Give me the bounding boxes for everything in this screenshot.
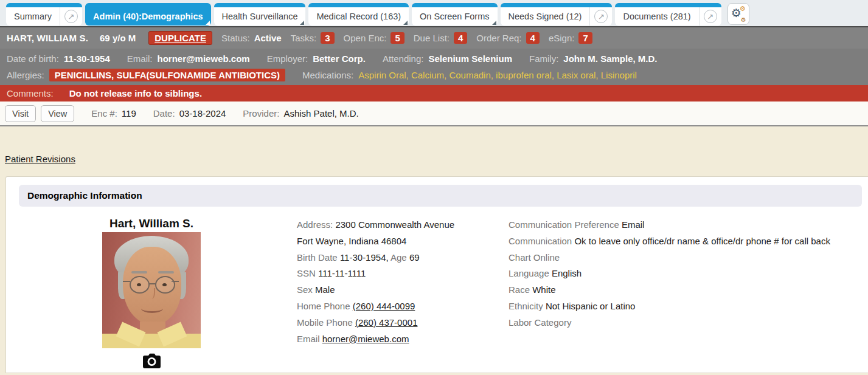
dropdown-fold-icon[interactable] (300, 21, 304, 25)
chart-tab-bar: Summary ↗ Admin (40):Demographics Health… (0, 0, 868, 27)
field-address: Address: 2300 Commonwealth Avenue (297, 217, 509, 233)
gear-small-icon: ⚙ (740, 5, 746, 13)
webchart-app: Summary ↗ Admin (40):Demographics Health… (0, 0, 868, 375)
family-label: Family: (529, 53, 558, 64)
preferences-column: Communication Preference Email Communica… (509, 217, 868, 371)
esign-label: eSign: (549, 33, 575, 43)
tab-documents[interactable]: Documents (281) ↗ (615, 3, 721, 26)
family-value: John M. Sample, M.D. (563, 53, 657, 64)
employer-value: Better Corp. (313, 53, 366, 64)
tasks-label: Tasks: (291, 33, 317, 43)
patient-banner: HART, WILLIAM S. 69 y/o M DUPLICATE Stat… (0, 27, 868, 49)
dob-value: 11-30-1954 (64, 53, 110, 64)
field-address-line2: Fort Wayne, Indiana 46804 (297, 233, 509, 250)
tab-health-surveillance-label: Health Surveillance (214, 12, 306, 21)
enc-date-value: 03-18-2024 (179, 108, 226, 119)
patient-banner-details: Date of birth: 11-30-1954 Email: horner@… (0, 49, 868, 85)
allergies-label: Allergies: (7, 70, 44, 80)
field-home-phone: Home Phone (260) 444-0099 (297, 298, 509, 315)
status-value: Active (254, 33, 282, 43)
mobile-phone-link[interactable]: (260) 437-0001 (355, 317, 418, 328)
enc-number-value: 119 (122, 108, 136, 119)
dropdown-fold-icon[interactable] (492, 21, 496, 25)
duplicate-badge[interactable]: DUPLICATE (148, 31, 212, 45)
view-button[interactable]: View (41, 105, 74, 122)
enc-number-label: Enc #: (91, 108, 117, 119)
medications-list[interactable]: Aspirin Oral, Calcium, Coumadin, ibuprof… (358, 70, 637, 80)
patient-name: HART, WILLIAM S. (7, 33, 88, 43)
field-ethnicity: Ethnicity Not Hispanic or Latino (509, 298, 863, 315)
encounter-toolbar: Visit View Enc #: 119 Date: 03-18-2024 P… (0, 101, 868, 126)
field-race: Race White (509, 282, 863, 298)
comments-bar: Comments: Do not release info to sibling… (0, 85, 868, 101)
due-list-count-badge[interactable]: 4 (454, 32, 467, 44)
tab-summary-label: Summary (6, 12, 60, 21)
field-communication-preference: Communication Preference Email (509, 217, 863, 233)
tab-medical-record[interactable]: Medical Record (163) (308, 3, 409, 26)
email-label: Email: (127, 53, 153, 64)
content-area: Patient Revisions Demographic Informatio… (0, 126, 868, 371)
comments-text: Do not release info to siblings. (69, 88, 202, 98)
employer-label: Employer: (267, 53, 308, 64)
patient-age-sex: 69 y/o M (100, 33, 136, 43)
patient-revisions-link[interactable]: Patient Revisions (5, 154, 75, 164)
status-label: Status: (221, 33, 250, 43)
dropdown-fold-icon[interactable] (403, 21, 408, 25)
field-birth-date: Birth Date 11-30-1954, Age 69 (297, 250, 509, 266)
settings-button[interactable]: ⚙ ⚙ ⚙ (727, 3, 749, 25)
tab-on-screen-forms[interactable]: On Screen Forms (412, 3, 497, 26)
allergies-badge[interactable]: PENICILLINS, SULFA(SULFONAMIDE ANTIBIOTI… (49, 69, 285, 81)
banner-demographics-row: Date of birth: 11-30-1954 Email: horner@… (7, 50, 861, 67)
field-email: Email horner@mieweb.com (297, 331, 509, 348)
field-language: Language English (509, 266, 863, 282)
tab-health-surveillance[interactable]: Health Surveillance (214, 3, 306, 26)
tab-documents-label: Documents (281) (615, 12, 698, 21)
home-phone-link[interactable]: (260) 444-0099 (353, 301, 415, 311)
tasks-count-badge[interactable]: 3 (321, 32, 334, 44)
field-sex: Sex Male (297, 282, 509, 298)
tab-on-screen-forms-label: On Screen Forms (412, 12, 497, 21)
patient-photo-column: Hart, William S. (6, 217, 297, 371)
field-communication: Communication Ok to leave only office/dr… (509, 233, 863, 250)
field-mobile-phone: Mobile Phone (260) 437-0001 (297, 315, 509, 331)
gear-small-icon: ⚙ (741, 16, 746, 23)
attending-label: Attending: (383, 53, 424, 64)
open-enc-label: Open Enc: (344, 33, 387, 43)
popout-arrow-icon[interactable]: ↗ (704, 10, 717, 23)
due-list-label: Due List: (414, 33, 450, 43)
banner-allergies-row: Allergies: PENICILLINS, SULFA(SULFONAMID… (7, 67, 861, 83)
open-enc-count-badge[interactable]: 5 (391, 32, 404, 44)
tab-divider (589, 7, 590, 26)
provider-label: Provider: (243, 108, 279, 119)
field-ssn: SSN 111-11-1111 (297, 266, 509, 282)
camera-icon[interactable] (142, 353, 161, 371)
attending-value: Selenium Selenium (428, 53, 512, 64)
tab-divider (699, 7, 700, 26)
patient-photo (102, 232, 201, 348)
email-link[interactable]: horner@mieweb.com (322, 334, 409, 344)
patient-display-name: Hart, William S. (109, 217, 193, 230)
tab-medical-record-label: Medical Record (163) (308, 12, 409, 21)
tab-summary[interactable]: Summary ↗ (6, 3, 82, 26)
tab-divider (60, 7, 60, 26)
popout-arrow-icon[interactable]: ↗ (594, 10, 608, 23)
popout-arrow-icon[interactable]: ↗ (64, 10, 78, 23)
tab-admin-label: Admin (40):Demographics (85, 12, 210, 21)
demographics-panel: Demographic Information Hart, William S. (5, 176, 868, 373)
field-chart-online: Chart Online (509, 250, 863, 266)
dropdown-fold-icon[interactable] (206, 21, 210, 25)
order-req-count-badge[interactable]: 4 (526, 32, 540, 44)
provider-value: Ashish Patel, M.D. (283, 108, 358, 119)
tab-admin-demographics[interactable]: Admin (40):Demographics (85, 3, 210, 26)
enc-date-label: Date: (153, 108, 175, 119)
visit-button[interactable]: Visit (5, 105, 36, 122)
comments-label: Comments: (7, 88, 54, 98)
panel-title: Demographic Information (19, 185, 862, 207)
order-req-label: Order Req: (476, 33, 521, 43)
email-value: horner@mieweb.com (157, 53, 249, 64)
field-labor-category: Labor Category (509, 315, 863, 331)
medications-label: Medications: (302, 70, 353, 80)
esign-count-badge[interactable]: 7 (578, 32, 592, 44)
tab-needs-signed[interactable]: Needs Signed (12) ↗ (501, 3, 613, 26)
tab-needs-signed-label: Needs Signed (12) (501, 12, 590, 21)
